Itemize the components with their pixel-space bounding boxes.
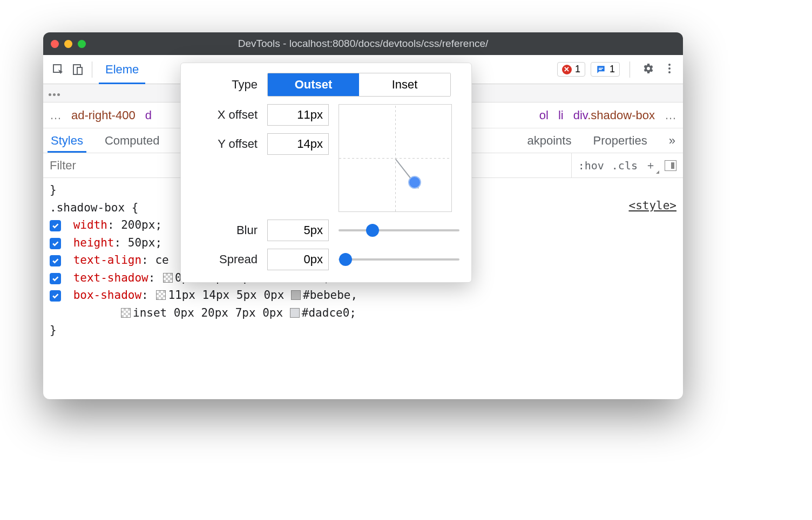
spread-input[interactable] <box>267 249 329 270</box>
panel-toggle-icon[interactable] <box>665 160 676 171</box>
window-title: DevTools - localhost:8080/docs/devtools/… <box>43 38 683 50</box>
cls-toggle[interactable]: .cls <box>612 159 638 172</box>
breadcrumb-frag[interactable]: ol <box>539 108 549 122</box>
titlebar: DevTools - localhost:8080/docs/devtools/… <box>43 32 683 55</box>
svg-rect-2 <box>77 67 82 74</box>
svg-rect-4 <box>599 69 602 70</box>
x-offset-label: X offset <box>193 108 258 122</box>
outset-button[interactable]: Outset <box>268 73 359 96</box>
blur-label: Blur <box>193 223 258 237</box>
zoom-window-button[interactable] <box>78 40 86 48</box>
inset-button[interactable]: Inset <box>359 73 450 96</box>
blur-input[interactable] <box>267 220 329 241</box>
styles-filter-tools: :hov .cls ＋ <box>571 153 683 177</box>
tab-properties[interactable]: Properties <box>590 129 650 152</box>
tab-computed[interactable]: Computed <box>102 129 163 152</box>
error-icon: ✕ <box>562 65 572 74</box>
traffic-lights <box>51 40 86 48</box>
toolbar-right: ✕ 1 1 <box>557 61 678 78</box>
spread-slider[interactable] <box>339 258 459 261</box>
breadcrumb-ellipsis: … <box>50 108 62 122</box>
source-link[interactable]: <style> <box>628 199 676 212</box>
color-swatch-icon[interactable] <box>290 308 300 318</box>
errors-count: 1 <box>575 64 580 75</box>
breadcrumb-trail: … <box>665 108 676 122</box>
minimize-window-button[interactable] <box>64 40 72 48</box>
decl-checkbox[interactable] <box>50 220 61 231</box>
ellipsis-icon <box>49 88 62 98</box>
shadow-swatch-icon[interactable] <box>156 290 166 300</box>
devtools-window: DevTools - localhost:8080/docs/devtools/… <box>43 32 683 399</box>
message-icon <box>596 64 606 75</box>
errors-badge[interactable]: ✕ 1 <box>557 62 585 77</box>
decl-checkbox[interactable] <box>50 255 61 266</box>
blur-slider-knob[interactable] <box>366 224 379 237</box>
svg-rect-3 <box>599 67 603 69</box>
svg-point-7 <box>668 71 671 73</box>
decl-checkbox[interactable] <box>50 290 61 302</box>
device-toggle-icon[interactable] <box>68 60 87 79</box>
breadcrumb-frag[interactable]: d <box>145 108 152 122</box>
decl-checkbox[interactable] <box>50 238 61 249</box>
inspect-element-icon[interactable] <box>49 60 68 79</box>
shadow-swatch-icon[interactable] <box>163 273 173 283</box>
settings-gear-icon[interactable] <box>640 62 656 77</box>
xy-offset-pad[interactable] <box>339 104 452 212</box>
tab-styles[interactable]: Styles <box>48 129 86 152</box>
color-swatch-icon[interactable] <box>291 290 301 300</box>
decl-box-shadow-line2[interactable]: inset 0px 20px 7px 0px #dadce0; <box>50 304 676 322</box>
svg-point-6 <box>668 67 671 70</box>
breadcrumb-frag[interactable]: li <box>558 108 564 122</box>
svg-point-5 <box>668 64 671 66</box>
breadcrumb-selected[interactable]: div.shadow-box <box>573 108 655 122</box>
hov-toggle[interactable]: :hov <box>578 159 604 172</box>
decl-checkbox[interactable] <box>50 273 61 284</box>
spread-label: Spread <box>193 252 258 266</box>
blur-slider[interactable] <box>339 229 459 231</box>
tab-breakpoints[interactable]: akpoints <box>524 129 575 152</box>
type-label: Type <box>193 78 258 92</box>
shadow-swatch-icon[interactable] <box>121 308 131 318</box>
xy-knob[interactable] <box>408 176 421 189</box>
tab-more[interactable]: » <box>666 129 679 152</box>
spread-slider-knob[interactable] <box>339 253 352 266</box>
breadcrumb-frag[interactable]: ad-right-400 <box>71 108 136 122</box>
messages-badge[interactable]: 1 <box>591 62 620 77</box>
shadow-editor-popover: Type Outset Inset X offset Y offset <box>180 63 472 283</box>
more-menu-icon[interactable] <box>661 62 678 77</box>
new-rule-button[interactable]: ＋ <box>645 158 657 173</box>
separator <box>630 61 630 78</box>
messages-count: 1 <box>610 64 615 75</box>
separator <box>92 61 92 78</box>
close-window-button[interactable] <box>51 40 59 48</box>
y-offset-input[interactable] <box>267 133 329 155</box>
y-offset-label: Y offset <box>193 137 258 151</box>
decl-box-shadow[interactable]: box-shadow: 11px 14px 5px 0px #bebebe, <box>50 286 676 304</box>
type-segmented: Outset Inset <box>267 73 451 97</box>
rule-close-brace: } <box>50 321 676 339</box>
x-offset-input[interactable] <box>267 104 329 126</box>
elements-tab[interactable]: Eleme <box>97 55 147 84</box>
